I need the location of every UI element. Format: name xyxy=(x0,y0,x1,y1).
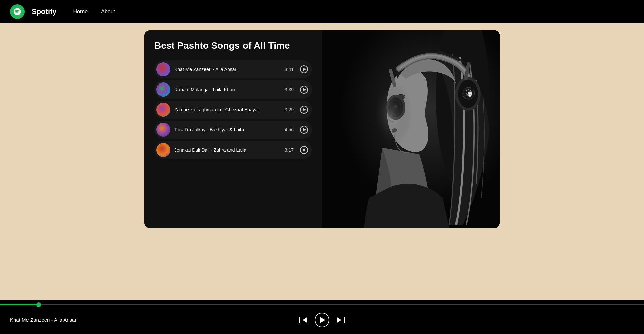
track-duration-5: 3:17 xyxy=(285,147,294,153)
track-item-1[interactable]: Khat Me Zanzeeri - Alia Ansari 4:41 xyxy=(154,60,312,78)
player-controls: Khat Me Zanzeeri - Alia Ansari xyxy=(0,305,644,334)
track-list: Khat Me Zanzeeri - Alia Ansari 4:41 Raba… xyxy=(154,60,312,159)
svg-marker-17 xyxy=(337,317,341,323)
track-item-5[interactable]: Jenakai Dali Dali - Zahra and Laila 3:17 xyxy=(154,141,312,159)
main-content: Best Pashto Songs of All Time Khat Me Za… xyxy=(0,23,644,300)
track-thumb-1 xyxy=(156,62,170,76)
play-button-5[interactable] xyxy=(300,146,308,154)
now-playing-label: Khat Me Zanzeeri - Alia Ansari xyxy=(10,317,94,323)
spotify-logo xyxy=(10,4,25,19)
skip-forward-button[interactable] xyxy=(336,315,346,325)
svg-point-14 xyxy=(376,80,416,148)
navbar: Spotify Home About xyxy=(0,0,644,23)
nav-home[interactable]: Home xyxy=(70,7,91,16)
playlist-title: Best Pashto Songs of All Time xyxy=(154,40,312,51)
track-duration-3: 3:29 xyxy=(285,107,294,112)
player-buttons xyxy=(298,313,346,327)
progress-bar[interactable] xyxy=(0,304,644,305)
play-pause-button[interactable] xyxy=(315,313,329,327)
track-name-4: Tora Da Jalkay - Bakhtyar & Laila xyxy=(174,127,281,132)
track-name-2: Rababi Malanga - Laila Khan xyxy=(174,87,281,92)
svg-marker-15 xyxy=(303,317,307,323)
track-duration-1: 4:41 xyxy=(285,67,294,72)
progress-fill xyxy=(0,304,39,305)
playlist-image: 💀 xyxy=(322,30,500,228)
play-button-3[interactable] xyxy=(300,106,308,114)
track-name-5: Jenakai Dali Dali - Zahra and Laila xyxy=(174,147,281,153)
play-button-1[interactable] xyxy=(300,65,308,73)
brand-name: Spotify xyxy=(32,7,57,16)
play-button-2[interactable] xyxy=(300,86,308,94)
headphones-svg: 💀 xyxy=(322,30,500,228)
play-button-4[interactable] xyxy=(300,126,308,134)
nav-about[interactable]: About xyxy=(98,7,118,16)
track-thumb-4 xyxy=(156,123,170,137)
svg-rect-16 xyxy=(299,317,300,323)
playlist-card: Best Pashto Songs of All Time Khat Me Za… xyxy=(144,30,500,228)
track-item-4[interactable]: Tora Da Jalkay - Bakhtyar & Laila 4:56 xyxy=(154,121,312,139)
artist-image: 💀 xyxy=(322,30,500,228)
track-name-1: Khat Me Zanzeeri - Alia Ansari xyxy=(174,67,281,72)
track-item-2[interactable]: Rababi Malanga - Laila Khan 3:39 xyxy=(154,80,312,99)
track-thumb-3 xyxy=(156,103,170,117)
track-duration-4: 4:56 xyxy=(285,127,294,132)
track-thumb-2 xyxy=(156,82,170,97)
skip-back-button[interactable] xyxy=(298,315,308,325)
track-duration-2: 3:39 xyxy=(285,87,294,92)
track-item-3[interactable]: Za che zo Laghman ta - Ghezaal Enayat 3:… xyxy=(154,101,312,119)
playlist-left: Best Pashto Songs of All Time Khat Me Za… xyxy=(144,30,322,228)
track-name-3: Za che zo Laghman ta - Ghezaal Enayat xyxy=(174,107,281,112)
track-thumb-5 xyxy=(156,143,170,157)
svg-rect-18 xyxy=(344,317,345,323)
player-bar: Khat Me Zanzeeri - Alia Ansari xyxy=(0,300,644,334)
